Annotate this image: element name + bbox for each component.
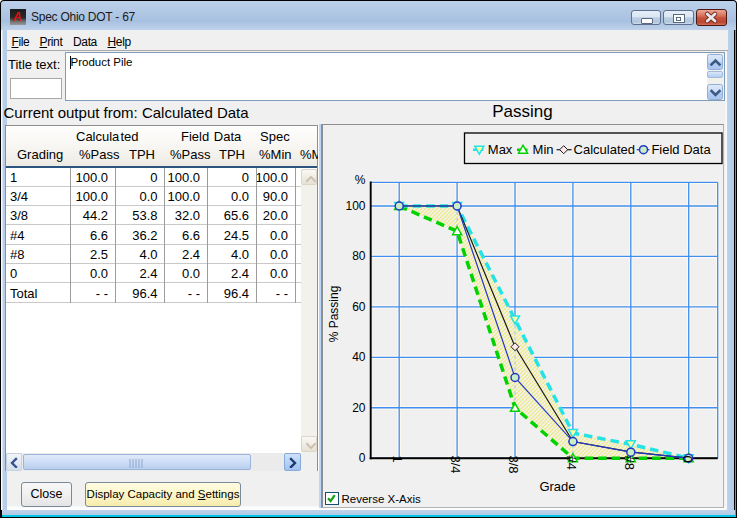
svg-text:80: 80	[352, 249, 366, 263]
svg-text:3/4: 3/4	[448, 456, 463, 474]
svg-text:Field Data: Field Data	[651, 142, 711, 157]
svg-text:Min: Min	[533, 142, 554, 157]
svg-text:#8: #8	[622, 456, 637, 470]
svg-text:20: 20	[352, 401, 366, 415]
svg-text:Grade: Grade	[539, 479, 575, 494]
svg-text:Calculated: Calculated	[574, 142, 635, 157]
svg-text:#4: #4	[564, 456, 579, 470]
svg-text:60: 60	[352, 300, 366, 314]
svg-text:Max: Max	[488, 142, 513, 157]
svg-text:40: 40	[352, 350, 366, 364]
svg-text:0: 0	[359, 451, 366, 465]
svg-text:3/8: 3/8	[506, 456, 521, 474]
svg-text:%: %	[355, 173, 366, 187]
svg-text:1: 1	[390, 456, 405, 463]
svg-text:0: 0	[680, 456, 695, 463]
svg-text:% Passing: % Passing	[327, 286, 341, 343]
svg-text:100: 100	[345, 199, 365, 213]
